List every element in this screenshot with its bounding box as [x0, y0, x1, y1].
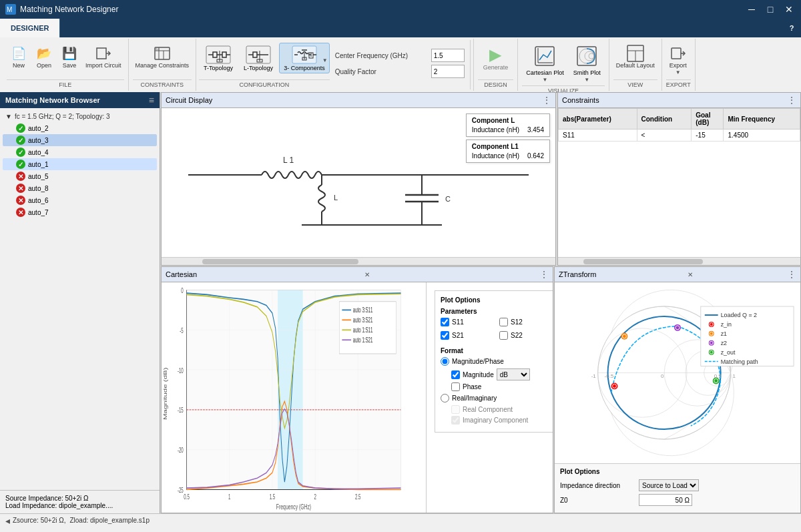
design-buttons: ▶ Generate — [478, 40, 514, 79]
s12-checkbox[interactable] — [499, 318, 508, 326]
open-button[interactable]: 📂 Open — [32, 43, 56, 71]
ztransform-plot-options-title: Plot Options — [560, 468, 795, 475]
smith-plot-button[interactable]: Smith Plot ▼ — [569, 43, 605, 85]
col-condition: Condition — [637, 109, 692, 129]
svg-text:auto 1:S11: auto 1:S11 — [353, 326, 373, 334]
svg-rect-21 — [253, 52, 257, 57]
maximize-button[interactable]: □ — [764, 4, 777, 15]
impedance-dir-select[interactable]: Source to Load Load to Source — [639, 479, 699, 491]
window-controls: ─ □ ✕ — [745, 4, 796, 15]
tab-designer[interactable]: DESIGNER — [0, 19, 60, 37]
import-circuit-button[interactable]: Import Circuit — [83, 43, 124, 71]
svg-text:2: 2 — [314, 493, 316, 501]
magnitude-checkbox[interactable] — [451, 370, 460, 379]
format-label: Format — [441, 347, 553, 354]
component-l1-row: Inductance (nH) 0.642 — [472, 152, 544, 160]
quality-factor-input[interactable] — [431, 65, 465, 78]
export-dropdown-arrow[interactable]: ▼ — [676, 69, 681, 75]
phase-checkbox[interactable] — [451, 382, 460, 391]
minimize-button[interactable]: ─ — [745, 4, 758, 15]
three-components-button[interactable]: 3- Components ▼ — [279, 43, 330, 73]
auto5-label: auto_5 — [28, 173, 49, 180]
help-button[interactable]: ? — [782, 19, 801, 37]
s11-checkbox[interactable] — [441, 318, 449, 326]
real-imag-radio[interactable] — [441, 394, 449, 403]
close-button[interactable]: ✕ — [782, 4, 796, 15]
save-button[interactable]: 💾 Save — [57, 43, 81, 71]
plot-options: Plot Options Parameters S11 S12 — [426, 282, 553, 513]
auto8-label: auto_8 — [28, 185, 49, 192]
generate-button[interactable]: ▶ Generate — [478, 43, 514, 73]
cartesian-plot-button[interactable]: Cartesian Plot ▼ — [522, 43, 568, 85]
svg-text:1: 1 — [228, 493, 231, 501]
sidebar-item-auto4[interactable]: ✓ auto_4 — [3, 146, 157, 158]
constraints-buttons: f(x) Manage Constraints — [133, 40, 192, 79]
z0-input[interactable] — [639, 494, 692, 506]
export-button[interactable]: Export ▼ — [666, 43, 690, 77]
sidebar-menu-icon[interactable]: ≡ — [149, 95, 154, 105]
cartesian-dropdown-arrow[interactable]: ▼ — [543, 77, 548, 83]
circuit-scroll-thumb[interactable] — [202, 259, 358, 264]
ribbon: 📄 New 📂 Open 💾 Save Import C — [0, 37, 801, 92]
generate-icon: ▶ — [489, 45, 501, 64]
svg-text:-10: -10 — [178, 366, 184, 374]
auto6-label: auto_6 — [28, 197, 49, 204]
constraints-scroll-thumb[interactable] — [583, 259, 704, 264]
s22-checkbox[interactable] — [499, 331, 508, 340]
cartesian-plot-label: Cartesian Plot — [526, 70, 564, 77]
cartesian-svg: 0 -5 -10 -15 -20 -25 0.5 1 1.5 2 — [162, 282, 426, 513]
default-layout-label: Default Layout — [616, 63, 655, 69]
svg-text:Loaded Q = 2: Loaded Q = 2 — [721, 312, 757, 318]
sidebar-item-auto3[interactable]: ✓ auto_3 — [3, 134, 157, 146]
manage-constraints-button[interactable]: f(x) Manage Constraints — [133, 43, 192, 71]
center-freq-input[interactable] — [431, 49, 465, 62]
load-impedance: Load Impedance: dipole_example.... — [5, 502, 154, 509]
magnitude-label: Magnitude — [463, 371, 494, 378]
col-param: abs(Parameter) — [559, 109, 637, 129]
mag-phase-radio[interactable] — [441, 357, 449, 366]
sidebar-item-auto1[interactable]: ✓ auto_1 — [3, 158, 157, 170]
cartesian-close[interactable]: ✕ — [364, 271, 370, 278]
sidebar-item-auto7[interactable]: ✕ auto_7 — [3, 206, 157, 218]
ztransform-menu[interactable]: ⋮ — [787, 269, 796, 280]
collapse-icon[interactable]: ▼ — [5, 113, 12, 120]
save-label: Save — [63, 63, 77, 69]
svg-text:auto 3:S11: auto 3:S11 — [353, 306, 373, 314]
s21-checkbox[interactable] — [441, 331, 449, 340]
titlebar: M Matching Network Designer ─ □ ✕ — [0, 0, 801, 19]
constraints-menu[interactable]: ⋮ — [787, 95, 796, 105]
constraint-row-1: S11 < -15 1.4500 — [559, 129, 800, 142]
s22-option: S22 — [499, 331, 553, 340]
statusbar-arrow[interactable]: ◂ — [5, 515, 10, 526]
circuit-horizontal-scroll[interactable] — [162, 257, 555, 265]
svg-rect-15 — [222, 52, 226, 57]
sidebar-item-auto5[interactable]: ✕ auto_5 — [3, 170, 157, 182]
constraint-min-freq: 1.4500 — [724, 129, 800, 142]
svg-text:Magnitude (dB): Magnitude (dB) — [163, 368, 168, 420]
sidebar-item-auto8[interactable]: ✕ auto_8 — [3, 182, 157, 194]
sidebar-item-auto2[interactable]: ✓ auto_2 — [3, 122, 157, 134]
smith-chart-svg: -1 -0.5 0 0.5 1 Loaded Q = 2 z_in — [555, 282, 800, 463]
real-comp-label: Real Component — [463, 406, 513, 413]
sidebar-item-auto6[interactable]: ✕ auto_6 — [3, 194, 157, 206]
cartesian-menu[interactable]: ⋮ — [539, 269, 549, 280]
three-comp-dropdown-arrow[interactable]: ▼ — [322, 57, 328, 63]
constraints-horizontal-scroll[interactable] — [558, 257, 800, 265]
constraints-panel: Constraints ⋮ abs(Parameter) Condition G… — [557, 92, 801, 266]
svg-text:z_in: z_in — [721, 321, 732, 328]
circuit-display-menu[interactable]: ⋮ — [542, 95, 551, 105]
ribbon-tabs: DESIGNER ? — [0, 19, 801, 37]
center-freq-row: Center Frequency (GHz) — [335, 49, 465, 62]
import-icon — [94, 44, 113, 63]
status-err-icon: ✕ — [16, 172, 25, 181]
l-topology-button[interactable]: L-Topology — [239, 43, 278, 73]
svg-text:C: C — [445, 195, 451, 203]
ztransform-close[interactable]: ✕ — [688, 271, 693, 278]
center-freq-label: Center Frequency (GHz) — [335, 52, 429, 59]
t-topology-button[interactable]: T-Topology — [199, 43, 238, 73]
default-layout-button[interactable]: Default Layout — [613, 43, 657, 71]
db-select[interactable]: dB Linear — [497, 368, 530, 380]
smith-dropdown-arrow[interactable]: ▼ — [584, 77, 589, 83]
sidebar-header: Matching Network Browser ≡ — [0, 92, 160, 108]
new-button[interactable]: 📄 New — [7, 43, 31, 71]
